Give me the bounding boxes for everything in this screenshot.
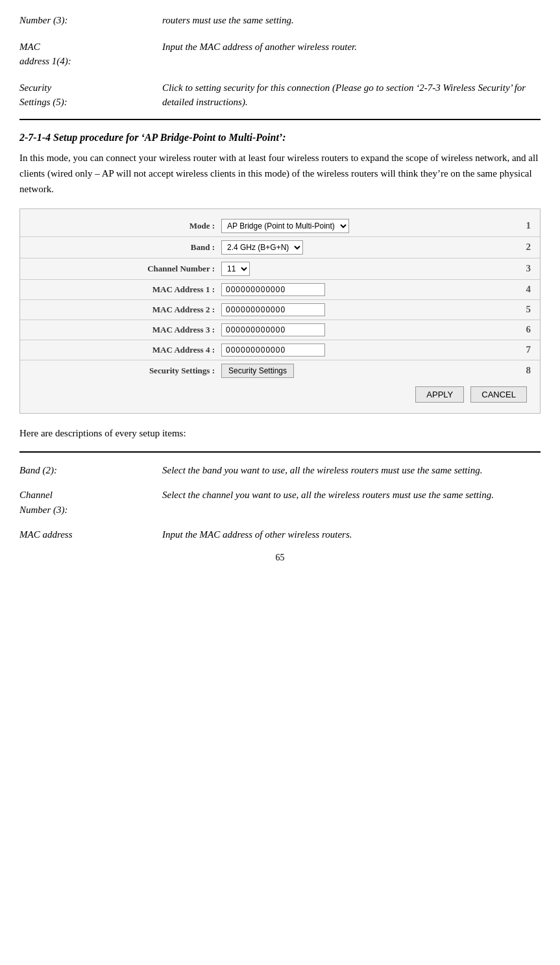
- form-input-4[interactable]: [221, 283, 325, 296]
- form-row-5: MAC Address 2 :5: [20, 300, 540, 320]
- form-row-8: Security Settings :Security Settings8: [20, 360, 540, 381]
- desc-text-3: Input the MAC address of other wireless …: [162, 527, 541, 542]
- security-settings-label: SecuritySettings (5):: [19, 81, 149, 110]
- form-button-row: APPLY CANCEL: [20, 381, 540, 405]
- page-number: 65: [19, 553, 541, 563]
- section-heading: 2-7-1-4 Setup procedure for ‘AP Bridge-P…: [19, 132, 541, 144]
- security-settings-section: SecuritySettings (5): Click to setting s…: [19, 81, 541, 120]
- mac-1-label: MACaddress 1(4):: [19, 40, 149, 69]
- top-section: Number (3): routers must use the same se…: [19, 13, 541, 28]
- prose-text: In this mode, you can connect your wirel…: [19, 150, 541, 197]
- form-control-2: 2.4 GHz (B+G+N): [221, 240, 540, 255]
- form-label-4: MAC Address 1 :: [20, 284, 221, 295]
- form-label-7: MAC Address 4 :: [20, 345, 221, 355]
- row-number-3: 3: [526, 263, 531, 274]
- divider-top: [19, 451, 541, 453]
- form-input-5[interactable]: [221, 303, 325, 316]
- description-item-2: ChannelNumber (3):Select the channel you…: [19, 488, 541, 517]
- form-row-7: MAC Address 4 :7: [20, 340, 540, 360]
- form-row-1: Mode :AP Bridge (Point to Multi-Point)1: [20, 216, 540, 237]
- form-label-1: Mode :: [20, 221, 221, 231]
- form-select-3[interactable]: 11: [221, 262, 250, 276]
- form-control-4: [221, 283, 540, 296]
- number-3-label: Number (3):: [19, 13, 149, 28]
- form-select-1[interactable]: AP Bridge (Point to Multi-Point): [221, 219, 349, 233]
- row-number-2: 2: [526, 242, 531, 253]
- row-number-4: 4: [526, 284, 531, 295]
- mac-1-desc: Input the MAC address of another wireles…: [162, 40, 541, 69]
- form-input-6[interactable]: [221, 323, 325, 336]
- desc-label-1: Band (2):: [19, 463, 149, 478]
- form-label-2: Band :: [20, 242, 221, 253]
- form-row-6: MAC Address 3 :6: [20, 320, 540, 340]
- desc-text-2: Select the channel you want to use, all …: [162, 488, 541, 517]
- apply-button[interactable]: APPLY: [415, 386, 464, 403]
- form-row-3: Channel Number :113: [20, 258, 540, 280]
- form-control-8: Security Settings: [221, 364, 540, 378]
- row-number-7: 7: [526, 344, 531, 355]
- row-number-6: 6: [526, 324, 531, 335]
- settings-form: Mode :AP Bridge (Point to Multi-Point)1B…: [19, 208, 541, 414]
- form-label-5: MAC Address 2 :: [20, 305, 221, 315]
- cancel-button[interactable]: CANCEL: [470, 386, 527, 403]
- form-select-2[interactable]: 2.4 GHz (B+G+N): [221, 240, 303, 255]
- form-control-3: 11: [221, 262, 540, 276]
- security-settings-desc: Click to setting security for this conne…: [162, 81, 541, 110]
- form-row-4: MAC Address 1 :4: [20, 280, 540, 300]
- mac-address-1-section: MACaddress 1(4): Input the MAC address o…: [19, 40, 541, 69]
- row-number-1: 1: [526, 220, 531, 231]
- number-3-desc: routers must use the same setting.: [162, 13, 541, 28]
- form-label-8: Security Settings :: [20, 366, 221, 376]
- form-input-7[interactable]: [221, 344, 325, 357]
- description-item-1: Band (2):Select the band you want to use…: [19, 463, 541, 478]
- desc-text-1: Select the band you want to use, all the…: [162, 463, 541, 478]
- row-number-5: 5: [526, 304, 531, 315]
- form-label-3: Channel Number :: [20, 264, 221, 274]
- form-control-1: AP Bridge (Point to Multi-Point): [221, 219, 540, 233]
- security-settings-button[interactable]: Security Settings: [221, 364, 294, 378]
- form-control-7: [221, 344, 540, 357]
- description-item-3: MAC addressInput the MAC address of othe…: [19, 527, 541, 542]
- form-row-2: Band :2.4 GHz (B+G+N)2: [20, 237, 540, 258]
- row-number-8: 8: [526, 365, 531, 376]
- desc-label-2: ChannelNumber (3):: [19, 488, 149, 517]
- form-control-6: [221, 323, 540, 336]
- form-label-6: MAC Address 3 :: [20, 325, 221, 335]
- descriptions-heading: Here are descriptions of every setup ite…: [19, 425, 541, 441]
- form-control-5: [221, 303, 540, 316]
- desc-label-3: MAC address: [19, 527, 149, 542]
